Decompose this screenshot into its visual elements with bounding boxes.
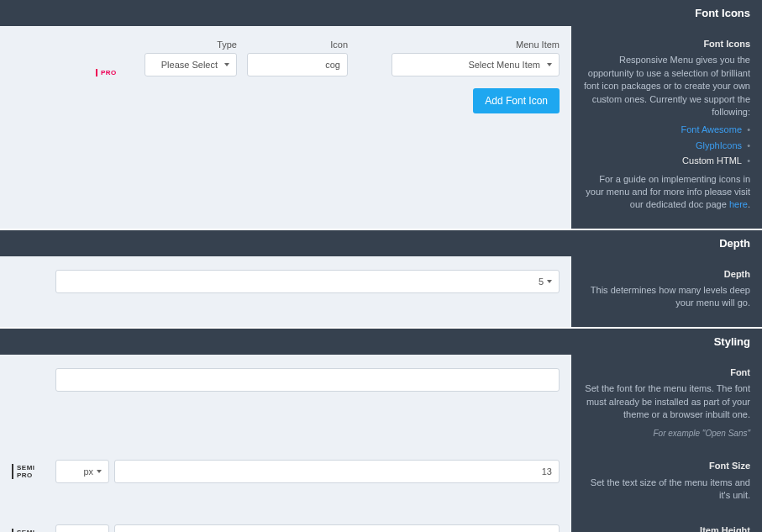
item-height-info: Item Height Set the height of each menu … [571,516,762,532]
chevron-down-icon [224,63,229,66]
info-hint: For example "Open Sans" [583,428,750,440]
depth-info: Depth This determines how many levels de… [571,256,762,327]
section-header-depth: Depth [0,230,762,256]
font-size-unit-select[interactable]: px [55,460,109,483]
depth-content: 5 [0,256,571,327]
font-size-content: SEMI PRO px [0,451,571,515]
info-title: Font Size [583,460,750,472]
font-size-input[interactable] [114,460,560,483]
chevron-down-icon [97,470,102,473]
type-label: Type [217,40,237,50]
font-info: Font Set the font for the menu items. Th… [571,355,762,452]
info-desc: This determines how many levels deep you… [583,284,750,310]
semi-pro-badge: SEMI PRO [12,464,47,479]
icon-label: Icon [330,40,348,50]
info-title: Depth [583,268,750,281]
type-select-value: Please Select [161,60,218,70]
info-title: Font Icons [583,38,750,50]
semi-pro-badge: SEMI PRO [12,529,47,532]
info-title: Font [583,366,750,379]
item-height-input[interactable] [114,524,560,532]
depth-select[interactable]: 5 [55,270,560,293]
menu-item-value: Select Menu Item [468,60,540,70]
item-height-unit-select[interactable]: px [55,524,109,532]
guide-text: For a guide on implementing icons in you… [583,173,750,212]
doc-here-link[interactable]: here [729,199,748,209]
add-font-icon-button[interactable]: Add Font Icon [473,88,560,113]
font-icons-info: Font Icons Responsive Menu gives you the… [571,26,762,229]
section-header-styling: Styling [0,329,762,355]
type-select[interactable]: Please Select [145,53,237,76]
icon-input[interactable] [247,53,348,76]
font-awesome-link[interactable]: Font Awesome [681,124,742,134]
custom-html-text: Custom HTML [682,155,742,166]
menu-item-select[interactable]: Select Menu Item [392,53,560,76]
info-desc: Responsive Menu gives you the opportunit… [583,54,750,119]
depth-value: 5 [539,277,544,287]
font-input[interactable] [55,368,560,392]
info-desc: Set the font for the menu items. The fon… [583,382,750,421]
unit-value: px [83,466,93,477]
item-height-content: SEMI PRO px [0,516,571,532]
chevron-down-icon [547,63,552,66]
info-desc: Set the text size of the menu items and … [583,477,750,503]
font-icons-content: PRO Type Please Select Icon Menu Item Se… [0,26,571,229]
glyphicons-link[interactable]: GlyphIcons [696,140,742,150]
pro-badge: PRO [96,69,117,76]
menu-item-label: Menu Item [516,40,560,50]
chevron-down-icon [547,280,552,283]
font-size-info: Font Size Set the text size of the menu … [571,451,762,515]
font-content [0,355,571,452]
section-header-font-icons: Font Icons [0,0,762,26]
info-title: Item Height [583,524,750,532]
